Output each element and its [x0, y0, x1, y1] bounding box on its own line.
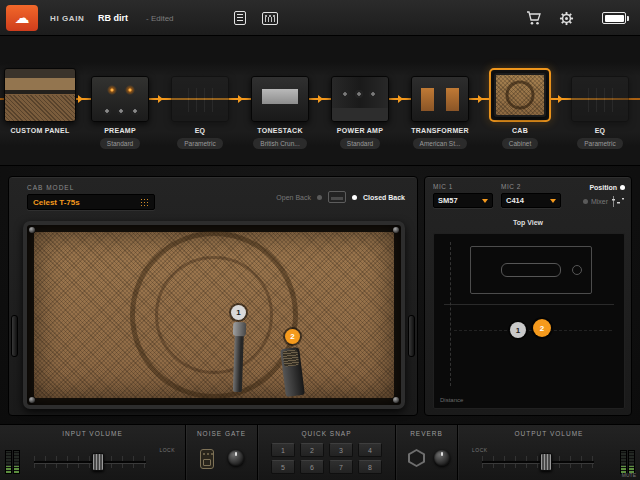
mic-1-select[interactable]: SM57 [433, 193, 493, 208]
slider-track [482, 461, 594, 463]
edited-indicator: - Edited [146, 14, 174, 23]
open-back-option[interactable]: Open Back [276, 194, 311, 201]
cart-icon [526, 11, 542, 25]
meter-bar [6, 451, 11, 473]
cab-outline [470, 246, 592, 294]
mic-2-badge: 2 [285, 329, 300, 344]
screw-icon [393, 227, 399, 233]
cab-baseline [444, 304, 614, 305]
chain-item-model: Standard [340, 138, 380, 149]
noise-gate-pedal-icon[interactable] [200, 449, 214, 469]
gear-icon [559, 11, 574, 26]
chain-item-cab[interactable]: CAB Cabinet [480, 36, 560, 165]
chain-item-label: EQ [160, 127, 240, 134]
cab-model-value: Celest T-75s [33, 198, 140, 207]
eq-thumbnail [571, 76, 629, 122]
preset-list-button[interactable] [230, 9, 250, 27]
open-back-radio-icon[interactable] [317, 195, 322, 200]
closed-back-radio-icon[interactable] [352, 195, 357, 200]
mic-1-position-handle[interactable]: 1 [510, 322, 526, 338]
reverb-hex-inner [410, 451, 423, 465]
snap-button-3[interactable]: 3 [329, 443, 353, 457]
store-button[interactable] [524, 9, 544, 27]
preamp-thumbnail [91, 76, 149, 122]
noise-gate-knob[interactable] [228, 450, 244, 466]
document-icon [234, 11, 246, 25]
mic-2[interactable]: 2 [283, 329, 302, 396]
cab-image [23, 221, 405, 409]
mixer-radio-icon[interactable] [583, 199, 588, 204]
preset-name[interactable]: RB dirt [98, 13, 128, 23]
chain-item-power-amp[interactable]: POWER AMP Standard [320, 36, 400, 165]
snap-button-8[interactable]: 8 [358, 460, 382, 474]
selected-module-frame [489, 68, 551, 122]
snap-button-4[interactable]: 4 [358, 443, 382, 457]
chain-item-label: POWER AMP [320, 127, 400, 134]
slider-track [34, 461, 146, 463]
cab-thumbnail [494, 73, 546, 117]
chain-item-eq2[interactable]: EQ Parametric [560, 36, 640, 165]
quick-snap-section: QUICK SNAP 1 2 3 4 5 6 7 8 [258, 425, 396, 480]
chain-item-label: CAB [480, 127, 560, 134]
chain-item-model: Parametric [177, 138, 222, 149]
preset-category[interactable]: HI GAIN [50, 14, 84, 23]
mic-2-select[interactable]: C414 [501, 193, 561, 208]
mic-2-position-handle[interactable]: 2 [533, 319, 551, 337]
chain-item-preamp[interactable]: PREAMP Standard [80, 36, 160, 165]
mic-1-body[interactable] [233, 326, 244, 392]
top-view-schematic[interactable]: 1 2 Distance [433, 233, 625, 409]
chain-item-custom-panel[interactable]: CUSTOM PANEL [0, 36, 80, 165]
input-volume-slider[interactable] [34, 453, 146, 471]
reverb-knob[interactable] [434, 450, 450, 466]
app-window: ☁ HI GAIN RB dirt - Edited [0, 0, 640, 480]
snap-button-6[interactable]: 6 [300, 460, 324, 474]
snap-button-1[interactable]: 1 [271, 443, 295, 457]
position-radio-icon[interactable] [620, 185, 625, 190]
meter-bar [629, 451, 634, 473]
snap-button-5[interactable]: 5 [271, 460, 295, 474]
cab-model-label: CAB MODEL [27, 184, 74, 191]
bottom-control-bar: INPUT VOLUME LOCK NOISE GATE QUICK SNAP … [0, 424, 640, 480]
chain-item-tonestack[interactable]: TONESTACK British Crun... [240, 36, 320, 165]
chain-item-model: Parametric [577, 138, 622, 149]
mic-2-body[interactable] [280, 347, 305, 397]
mic-1[interactable]: 1 [231, 305, 246, 392]
distance-axis-line [450, 242, 451, 386]
screw-icon [393, 397, 399, 403]
settings-button[interactable] [556, 9, 576, 27]
position-tab[interactable]: Position [589, 184, 617, 191]
reverb-hex-icon[interactable] [408, 449, 425, 467]
top-view-label: Top View [425, 219, 631, 226]
cloud-logo-icon[interactable]: ☁ [6, 5, 38, 31]
slider-handle[interactable] [540, 453, 552, 471]
back-type-toggle: Open Back Closed Back [276, 191, 405, 203]
cab-back-icon [328, 191, 346, 203]
closed-back-option[interactable]: Closed Back [363, 194, 405, 201]
input-volume-section: INPUT VOLUME LOCK [0, 425, 186, 480]
cab-grille [34, 232, 394, 398]
cab-model-select[interactable]: Celest T-75s [27, 194, 155, 210]
chain-item-model: American St... [413, 138, 468, 149]
output-volume-slider[interactable] [482, 453, 594, 471]
power-amp-thumbnail [331, 76, 389, 122]
output-volume-section: OUTPUT VOLUME LOCK MUTE [458, 425, 640, 480]
eq-thumbnail [171, 76, 229, 122]
cab-view-panel: CAB MODEL Celest T-75s Open Back Closed … [8, 176, 418, 416]
chain-item-transformer[interactable]: TRANSFORMER American St... [400, 36, 480, 165]
snap-button-2[interactable]: 2 [300, 443, 324, 457]
mic-position-panel: MIC 1 SM57 MIC 2 C414 Position [424, 176, 632, 416]
snap-button-7[interactable]: 7 [329, 460, 353, 474]
top-bar: ☁ HI GAIN RB dirt - Edited [0, 0, 640, 36]
chain-item-model: Cabinet [502, 138, 538, 149]
mixer-tab[interactable]: Mixer [591, 198, 608, 205]
amp-view-button[interactable] [260, 9, 280, 27]
mute-label[interactable]: MUTE [622, 472, 636, 478]
cab-editor-section: CAB MODEL Celest T-75s Open Back Closed … [0, 166, 640, 424]
distance-label: Distance [440, 397, 463, 403]
input-level-meter [6, 451, 19, 473]
input-lock-label[interactable]: LOCK [159, 447, 175, 453]
mic-1-label: MIC 1 [433, 183, 493, 190]
transformer-thumbnail [411, 76, 469, 122]
chain-item-eq1[interactable]: EQ Parametric [160, 36, 240, 165]
slider-handle[interactable] [92, 453, 104, 471]
